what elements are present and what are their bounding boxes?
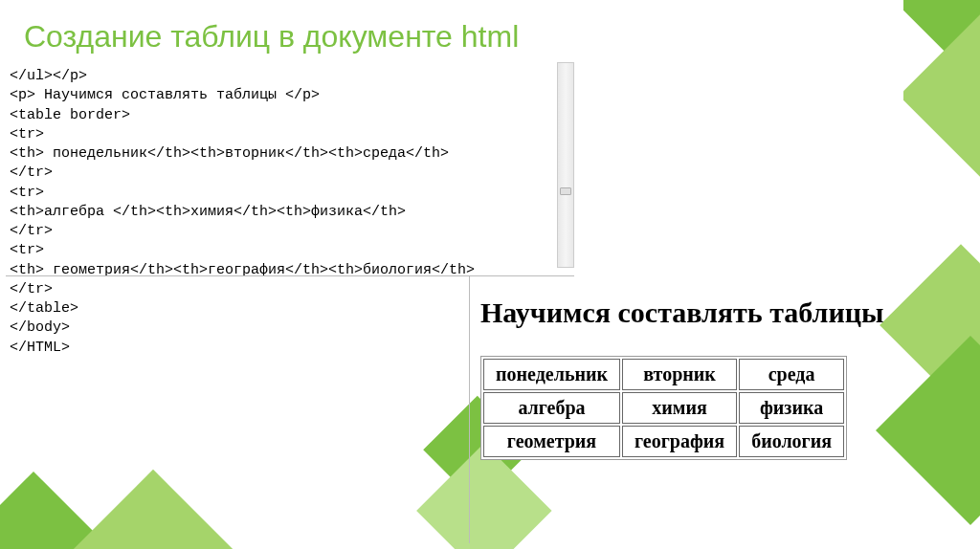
code-line: </ul></p> <box>10 67 555 86</box>
slide-title: Создание таблиц в документе html <box>24 19 519 55</box>
scrollbar[interactable] <box>557 62 574 268</box>
rendered-table: понедельник вторник среда алгебра химия … <box>480 356 847 460</box>
code-block: </ul></p> <p> Научимся составлять таблиц… <box>10 67 555 358</box>
table-row: геометрия география биология <box>483 426 844 457</box>
table-row: понедельник вторник среда <box>483 359 844 390</box>
rendered-heading: Научимся составлять таблицы <box>475 296 934 329</box>
code-line: <tr> <box>10 241 555 260</box>
table-cell: физика <box>739 392 844 424</box>
code-line: <th>алгебра </th><th>химия</th><th>физик… <box>10 203 555 222</box>
code-line: <table border> <box>10 106 555 125</box>
code-line: </HTML> <box>10 339 555 358</box>
scrollbar-thumb[interactable] <box>560 187 571 195</box>
rendered-output: Научимся составлять таблицы понедельник … <box>475 296 934 460</box>
table-cell: алгебра <box>483 392 620 424</box>
code-line: </tr> <box>10 222 555 241</box>
code-line: </tr> <box>10 280 555 299</box>
code-line: </tr> <box>10 164 555 183</box>
code-line: </body> <box>10 318 555 338</box>
code-line: <th> понедельник</th><th>вторник</th><th… <box>10 144 555 164</box>
table-cell: биология <box>739 426 844 457</box>
table-cell: среда <box>739 359 844 390</box>
code-line: <tr> <box>10 125 555 144</box>
code-line: <tr> <box>10 184 555 203</box>
table-cell: понедельник <box>483 359 620 390</box>
decoration-top-right <box>903 0 980 191</box>
horizontal-divider <box>6 275 574 276</box>
vertical-divider <box>469 275 470 543</box>
table-cell: география <box>622 426 737 457</box>
code-line: <th> геометрия</th><th>география</th><th… <box>10 261 555 280</box>
table-cell: вторник <box>622 359 737 390</box>
table-row: алгебра химия физика <box>483 392 844 424</box>
code-line: </table> <box>10 299 555 318</box>
decoration-bottom-left <box>0 463 383 549</box>
code-line: <p> Научимся составлять таблицы </p> <box>10 86 555 105</box>
table-cell: геометрия <box>483 426 620 457</box>
table-cell: химия <box>622 392 737 424</box>
